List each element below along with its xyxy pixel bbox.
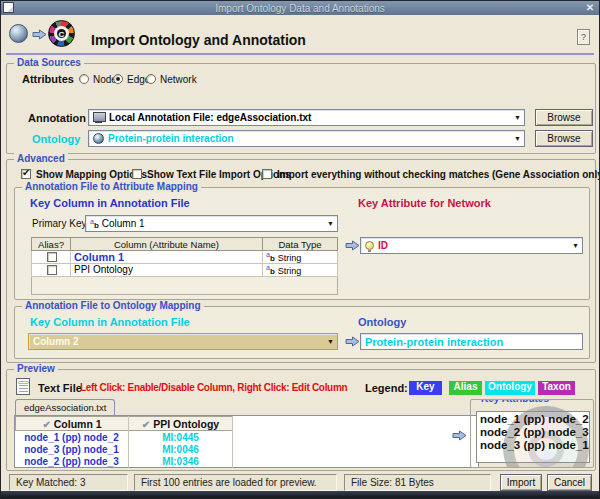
preview-table-row[interactable]: MI:0346 <box>129 456 232 467</box>
ontology-name-field: Protein-protein interaction <box>360 333 583 350</box>
legend-label: Legend: <box>365 382 408 394</box>
radio-network-label: Network <box>160 74 197 85</box>
window-bottom-edge <box>1 491 599 498</box>
ontology-mapping-panel: Annotation File to Ontology Mapping Key … <box>14 306 590 359</box>
window-icon <box>3 2 14 13</box>
attribute-table-header-datatype[interactable]: Data Type <box>262 237 338 251</box>
status-file-size: File Size: 81 Bytes <box>344 474 491 491</box>
preview-table-row[interactable]: MI:0046 <box>129 444 232 455</box>
primary-key-value: Column 1 <box>102 218 145 229</box>
dropdown-arrow-icon: ▼ <box>514 135 521 142</box>
dropdown-arrow-icon: ▼ <box>327 338 334 345</box>
status-key-matched: Key Matched: 3 <box>9 474 128 491</box>
string-type-icon: ab <box>266 267 275 276</box>
arrow-right-icon <box>345 240 360 251</box>
radio-network[interactable] <box>146 74 156 84</box>
key-column-annotation-header: Key Column in Annotation File <box>30 197 190 209</box>
attribute-table-header-column[interactable]: Column (Attribute Name) <box>70 237 263 251</box>
advanced-section: Advanced Show Mapping Options Show Text … <box>6 159 596 363</box>
attribute-table-row[interactable]: PPI Ontology <box>70 264 263 277</box>
key-column-ontology-header: Key Column in Annotation File <box>30 316 190 328</box>
dropdown-arrow-icon: ▼ <box>327 220 334 227</box>
attribute-table-row[interactable]: Column 1 <box>70 251 263 264</box>
ontology-key-column-combobox[interactable]: Column 2 ▼ <box>28 333 338 350</box>
preview-table-row[interactable]: node_2 (pp) node_3 <box>15 456 128 467</box>
key-attributes-panel: Key Attributes node_1 (pp) node_2 node_2… <box>470 399 594 468</box>
legend-badge-ontology: Ontology <box>485 381 535 395</box>
checkbox-import-everything[interactable] <box>262 169 272 179</box>
check-icon: ✔ <box>42 419 50 430</box>
key-attributes-title: Key Attributes <box>478 399 552 404</box>
cytoscape-logo-icon: C <box>48 20 75 47</box>
key-attributes-item[interactable]: node_1 (pp) node_2 <box>477 412 589 425</box>
globe-small-icon <box>93 133 104 144</box>
local-file-icon <box>93 112 105 123</box>
preview-title: Preview <box>14 363 58 374</box>
key-attributes-item[interactable]: node_3 (pp) node_1 <box>477 438 589 451</box>
network-key-combobox[interactable]: ID ▼ <box>360 237 583 254</box>
attribute-table-row[interactable] <box>31 251 71 264</box>
ontology-column-header: Ontology <box>358 316 406 328</box>
preview-header-column1[interactable]: ✔Column 1 <box>15 416 129 431</box>
attribute-table-row[interactable] <box>31 264 71 277</box>
preview-instruction: Left Click: Enable/Disable Column, Right… <box>80 382 347 393</box>
close-icon[interactable]: ✕ <box>584 2 596 14</box>
ontology-key-column-value: Column 2 <box>33 336 79 347</box>
arrow-right-icon <box>452 430 467 441</box>
annotation-label: Annotation <box>28 112 86 124</box>
data-sources-section: Data Sources Attributes Node Edge Networ… <box>6 63 596 154</box>
ontology-mapping-title: Annotation File to Ontology Mapping <box>22 300 204 311</box>
string-type-icon: ab <box>266 254 275 263</box>
primary-key-combobox[interactable]: ab Column 1 ▼ <box>85 215 338 232</box>
lightbulb-icon <box>365 241 374 250</box>
preview-table-row[interactable]: MI:0445 <box>129 432 232 443</box>
file-type-label: Text File <box>38 382 82 394</box>
alias-checkbox[interactable] <box>47 252 57 262</box>
preview-table-row[interactable]: node_1 (pp) node_2 <box>15 432 128 443</box>
network-key-value: ID <box>378 240 388 251</box>
text-file-icon <box>16 378 30 395</box>
advanced-title: Advanced <box>14 153 68 164</box>
dropdown-arrow-icon: ▼ <box>514 114 521 121</box>
annotation-combobox[interactable]: Local Annotation File: edgeAssociation.t… <box>88 109 525 126</box>
radio-edge[interactable] <box>113 74 123 84</box>
key-attributes-item[interactable]: node_2 (pp) node_3 <box>477 425 589 438</box>
preview-tab[interactable]: edgeAssociation.txt <box>15 399 115 415</box>
attribute-table-header-alias[interactable]: Alias? <box>31 237 71 251</box>
browse-annotation-button[interactable]: Browse <box>535 109 593 126</box>
cancel-button[interactable]: Cancel <box>547 474 592 491</box>
attribute-table-row[interactable]: abString <box>262 251 338 264</box>
attribute-mapping-title: Annotation File to Attribute Mapping <box>22 181 201 192</box>
ontology-name-value: Protein-protein interaction <box>365 336 503 348</box>
show-mapping-options-label: Show Mapping Options <box>36 169 147 180</box>
primary-key-label: Primary Key: <box>32 218 89 229</box>
ontology-combobox[interactable]: Protein-protein interaction ▼ <box>88 130 525 147</box>
window-titlebar[interactable]: Import Ontology Data and Annotations ✕ <box>1 1 599 15</box>
import-button[interactable]: Import <box>500 474 542 491</box>
browse-ontology-button[interactable]: Browse <box>535 130 593 147</box>
ontology-label: Ontology <box>32 133 80 145</box>
table-grid-line <box>232 416 233 468</box>
import-everything-label: Import everything without checking match… <box>277 169 600 180</box>
attribute-table-row[interactable]: abString <box>262 264 338 277</box>
alias-checkbox[interactable] <box>47 265 57 275</box>
legend-badge-taxon: Taxon <box>538 381 575 395</box>
data-sources-title: Data Sources <box>14 57 84 68</box>
arrow-right-icon <box>345 336 360 347</box>
preview-table-row[interactable]: node_3 (pp) node_1 <box>15 444 128 455</box>
import-ontology-dialog: Import Ontology Data and Annotations ✕ C… <box>0 0 600 499</box>
ontology-combobox-value: Protein-protein interaction <box>108 133 234 144</box>
legend-badge-alias: Alias <box>449 381 482 395</box>
preview-table-pane: ✔Column 1 ✔PPI Ontology node_1 (pp) node… <box>14 415 479 468</box>
arrow-right-icon <box>32 29 47 40</box>
help-button[interactable]: ? <box>577 29 590 45</box>
checkbox-show-mapping-options[interactable] <box>21 169 31 179</box>
attributes-label: Attributes <box>22 73 74 85</box>
preview-section: Preview Text File Left Click: Enable/Dis… <box>6 369 596 471</box>
radio-node[interactable] <box>79 74 89 84</box>
checkbox-show-text-import-options[interactable] <box>132 169 142 179</box>
key-attribute-network-header: Key Attribute for Network <box>358 197 491 209</box>
window-title: Import Ontology Data and Annotations <box>1 3 599 14</box>
preview-header-ppi[interactable]: ✔PPI Ontology <box>128 416 233 431</box>
page-title: Import Ontology and Annotation <box>91 32 306 48</box>
